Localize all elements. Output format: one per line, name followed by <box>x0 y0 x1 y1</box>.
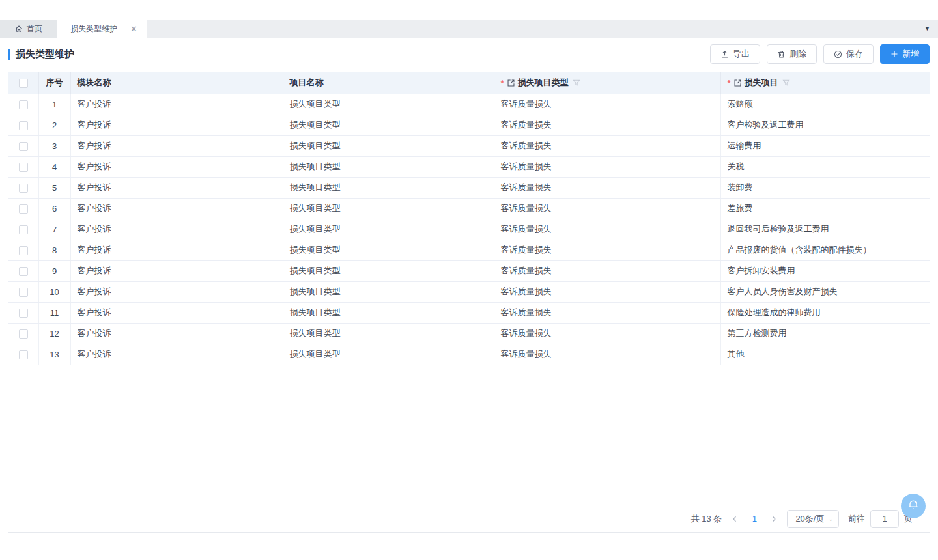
cell-loss-item: 索赔额 <box>720 94 930 115</box>
cell-loss-type: 客诉质量损失 <box>494 323 720 344</box>
required-marker: * <box>728 78 731 88</box>
export-button[interactable]: 导出 <box>710 44 760 64</box>
row-index: 6 <box>38 198 70 219</box>
cell-loss-type: 客诉质量损失 <box>494 302 720 323</box>
table-row: 3客户投诉损失项目类型客诉质量损失运输费用 <box>8 135 930 156</box>
cell-loss-type: 客诉质量损失 <box>494 94 720 115</box>
page-number-1[interactable]: 1 <box>748 514 761 524</box>
cell-project: 损失项目类型 <box>283 344 494 365</box>
row-index: 5 <box>38 177 70 198</box>
tab-home-label: 首页 <box>27 23 42 35</box>
row-checkbox[interactable] <box>19 204 28 214</box>
row-checkbox[interactable] <box>19 225 28 234</box>
filter-funnel-icon[interactable] <box>573 79 580 87</box>
next-page-button[interactable] <box>770 515 778 523</box>
row-index: 12 <box>38 323 70 344</box>
cell-module: 客户投诉 <box>70 198 283 219</box>
add-button-label: 新增 <box>902 48 919 60</box>
tab-active-label: 损失类型维护 <box>70 23 117 35</box>
cell-project: 损失项目类型 <box>283 115 494 135</box>
cell-loss-type: 客诉质量损失 <box>494 219 720 240</box>
cell-loss-item: 其他 <box>720 344 930 365</box>
header-loss-type-label: 损失项目类型 <box>518 77 569 89</box>
row-index: 2 <box>38 115 70 135</box>
row-checkbox[interactable] <box>19 267 28 276</box>
add-button[interactable]: 新增 <box>880 44 930 64</box>
cell-module: 客户投诉 <box>70 115 283 135</box>
plus-icon <box>890 50 898 58</box>
tab-bar: 首页 损失类型维护 ✕ ▼ <box>0 20 938 38</box>
header-loss-item-label: 损失项目 <box>745 77 778 89</box>
goto-label: 前往 <box>848 513 865 525</box>
select-all-checkbox[interactable] <box>19 79 28 88</box>
cell-loss-item: 关税 <box>720 156 930 177</box>
table-row: 6客户投诉损失项目类型客诉质量损失差旅费 <box>8 198 930 219</box>
cell-module: 客户投诉 <box>70 240 283 260</box>
pagination-total: 共 13 条 <box>691 513 722 525</box>
title-accent-bar <box>8 49 10 60</box>
page-size-select[interactable]: 20条/页 ⌄ <box>787 510 839 528</box>
trash-icon <box>777 50 786 59</box>
row-checkbox[interactable] <box>19 184 28 193</box>
loss-type-table: 序号 模块名称 项目名称 * 损失项目类型 <box>8 72 930 533</box>
prev-page-button[interactable] <box>731 515 739 523</box>
row-checkbox[interactable] <box>19 121 28 130</box>
row-checkbox[interactable] <box>19 142 28 151</box>
table-row: 4客户投诉损失项目类型客诉质量损失关税 <box>8 156 930 177</box>
cell-loss-item: 客户检验及返工费用 <box>720 115 930 135</box>
cell-project: 损失项目类型 <box>283 281 494 302</box>
save-button[interactable]: 保存 <box>823 44 874 64</box>
save-button-label: 保存 <box>846 48 863 60</box>
table-row: 8客户投诉损失项目类型客诉质量损失产品报废的货值（含装配的配件损失） <box>8 240 930 260</box>
export-button-label: 导出 <box>733 48 750 60</box>
cell-loss-item: 装卸费 <box>720 177 930 198</box>
table-row: 9客户投诉损失项目类型客诉质量损失客户拆卸安装费用 <box>8 260 930 281</box>
cell-module: 客户投诉 <box>70 94 283 115</box>
tab-home[interactable]: 首页 <box>0 20 57 38</box>
cell-project: 损失项目类型 <box>283 177 494 198</box>
row-checkbox[interactable] <box>19 246 28 255</box>
cell-loss-type: 客诉质量损失 <box>494 344 720 365</box>
cell-loss-type: 客诉质量损失 <box>494 135 720 156</box>
row-checkbox[interactable] <box>19 100 28 109</box>
row-index: 3 <box>38 135 70 156</box>
cell-project: 损失项目类型 <box>283 135 494 156</box>
cell-project: 损失项目类型 <box>283 94 494 115</box>
cell-module: 客户投诉 <box>70 344 283 365</box>
header-project: 项目名称 <box>283 72 494 94</box>
table-row: 2客户投诉损失项目类型客诉质量损失客户检验及返工费用 <box>8 115 930 135</box>
row-checkbox[interactable] <box>19 288 28 297</box>
check-circle-icon <box>834 50 842 59</box>
cell-module: 客户投诉 <box>70 260 283 281</box>
cell-project: 损失项目类型 <box>283 219 494 240</box>
row-checkbox[interactable] <box>19 329 28 339</box>
cell-loss-type: 客诉质量损失 <box>494 115 720 135</box>
row-checkbox[interactable] <box>19 309 28 318</box>
row-index: 10 <box>38 281 70 302</box>
filter-funnel-icon[interactable] <box>782 79 790 87</box>
tab-list-dropdown-icon[interactable]: ▼ <box>924 20 930 38</box>
goto-page-input[interactable] <box>870 510 899 528</box>
cell-loss-type: 客诉质量损失 <box>494 260 720 281</box>
cell-loss-item: 差旅费 <box>720 198 930 219</box>
tab-loss-type-maintenance[interactable]: 损失类型维护 ✕ <box>57 20 147 38</box>
pagination-bar: 共 13 条 1 20条/页 ⌄ 前往 页 <box>8 505 930 532</box>
cell-loss-item: 退回我司后检验及返工费用 <box>720 219 930 240</box>
cell-loss-item: 第三方检测费用 <box>720 323 930 344</box>
row-checkbox[interactable] <box>19 163 28 172</box>
cell-project: 损失项目类型 <box>283 323 494 344</box>
notification-fab[interactable] <box>901 494 926 518</box>
close-icon[interactable]: ✕ <box>130 25 137 33</box>
delete-button[interactable]: 删除 <box>767 44 817 64</box>
table-row: 12客户投诉损失项目类型客诉质量损失第三方检测费用 <box>8 323 930 344</box>
row-checkbox[interactable] <box>19 350 28 359</box>
cell-module: 客户投诉 <box>70 323 283 344</box>
edit-square-icon <box>507 79 515 87</box>
page-title: 损失类型维护 <box>8 48 74 61</box>
header-index: 序号 <box>38 72 70 94</box>
home-icon <box>15 25 23 33</box>
header-module: 模块名称 <box>70 72 283 94</box>
cell-module: 客户投诉 <box>70 135 283 156</box>
cell-module: 客户投诉 <box>70 219 283 240</box>
row-index: 1 <box>38 94 70 115</box>
